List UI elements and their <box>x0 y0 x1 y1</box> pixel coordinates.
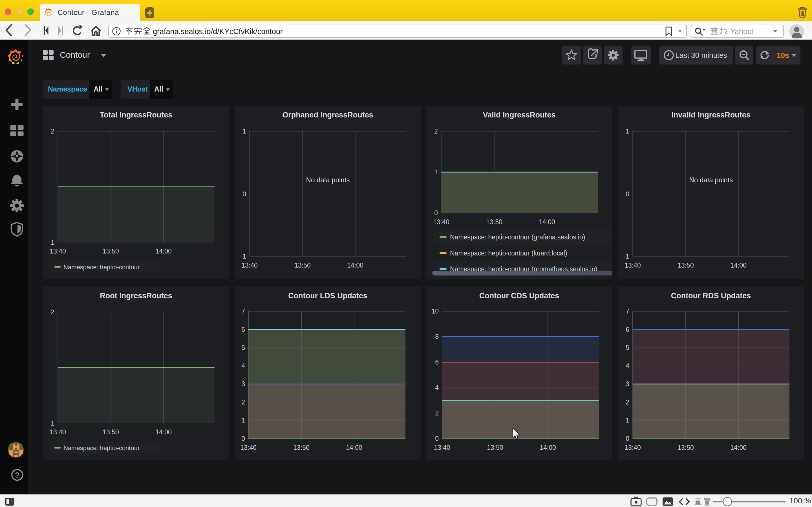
svg-text:14:00: 14:00 <box>155 429 172 436</box>
svg-text:No data points: No data points <box>689 176 733 184</box>
svg-text:4: 4 <box>435 384 439 391</box>
svg-text:8: 8 <box>435 333 439 340</box>
svg-text:1: 1 <box>241 416 245 424</box>
svg-text:14:00: 14:00 <box>347 262 363 269</box>
svg-text:13:40: 13:40 <box>241 262 258 269</box>
svg-text:0: 0 <box>626 190 629 198</box>
svg-text:2: 2 <box>241 399 245 406</box>
svg-text:14:00: 14:00 <box>730 262 747 269</box>
svg-text:2: 2 <box>51 128 54 135</box>
svg-text:13:50: 13:50 <box>293 444 310 451</box>
svg-text:0: 0 <box>243 190 246 198</box>
svg-text:13:40: 13:40 <box>624 262 641 269</box>
svg-text:Valid IngressRoutes: Valid IngressRoutes <box>483 111 555 119</box>
svg-text:2: 2 <box>435 409 439 417</box>
svg-text:Root IngressRoutes: Root IngressRoutes <box>100 291 172 300</box>
svg-text:7: 7 <box>241 307 245 315</box>
svg-text:14:00: 14:00 <box>539 218 555 226</box>
svg-text:10: 10 <box>432 307 439 315</box>
svg-text:13:40: 13:40 <box>50 429 66 436</box>
svg-text:?: ? <box>15 471 20 480</box>
svg-text:0: 0 <box>435 435 439 442</box>
svg-text:13:50: 13:50 <box>677 444 694 451</box>
svg-text:Contour LDS Updates: Contour LDS Updates <box>288 291 367 300</box>
svg-text:14:00: 14:00 <box>540 444 556 451</box>
svg-text:4: 4 <box>241 362 245 370</box>
svg-text:3: 3 <box>241 380 245 388</box>
svg-text:Last 30 minutes: Last 30 minutes <box>675 51 727 59</box>
svg-text:Namespace: heptio-contour (gra: Namespace: heptio-contour (grafana.sealo… <box>450 233 585 241</box>
svg-text:-1: -1 <box>241 252 246 260</box>
svg-text:0: 0 <box>626 435 629 442</box>
svg-text:5: 5 <box>241 344 245 351</box>
svg-text:2: 2 <box>626 399 629 406</box>
svg-text:Total IngressRoutes: Total IngressRoutes <box>100 111 172 119</box>
svg-text:13:40: 13:40 <box>624 444 641 451</box>
svg-text:Invalid IngressRoutes: Invalid IngressRoutes <box>671 111 751 119</box>
svg-text:13:50: 13:50 <box>677 262 694 269</box>
svg-text:1: 1 <box>626 416 629 424</box>
svg-text:10s: 10s <box>776 51 789 60</box>
svg-text:13:50: 13:50 <box>103 429 119 436</box>
svg-text:5: 5 <box>626 344 629 351</box>
svg-text:1: 1 <box>626 128 629 135</box>
svg-text:13:40: 13:40 <box>434 444 450 451</box>
svg-text:14:00: 14:00 <box>346 444 362 451</box>
svg-text:Namespace: heptio-contour: Namespace: heptio-contour <box>63 445 140 452</box>
svg-text:14:00: 14:00 <box>155 247 172 255</box>
svg-text:3: 3 <box>626 380 629 388</box>
svg-text:1: 1 <box>243 128 246 135</box>
svg-text:0: 0 <box>434 209 438 217</box>
svg-text:13:40: 13:40 <box>240 444 257 451</box>
svg-text:0: 0 <box>241 435 245 442</box>
svg-text:13:50: 13:50 <box>486 218 502 226</box>
svg-text:13:40: 13:40 <box>50 247 66 255</box>
svg-text:Orphaned IngressRoutes: Orphaned IngressRoutes <box>282 111 373 119</box>
svg-text:Namespace: heptio-contour (kua: Namespace: heptio-contour (kuard.local) <box>450 249 567 257</box>
svg-text:No data points: No data points <box>306 176 350 184</box>
svg-text:2: 2 <box>434 128 438 135</box>
svg-text:Namespace: heptio-contour: Namespace: heptio-contour <box>63 264 140 271</box>
svg-text:6: 6 <box>241 326 245 333</box>
svg-text:13:40: 13:40 <box>433 218 449 226</box>
svg-text:Contour RDS Updates: Contour RDS Updates <box>671 291 751 300</box>
svg-text:6: 6 <box>435 358 439 366</box>
svg-text:4: 4 <box>626 362 629 370</box>
svg-text:13:50: 13:50 <box>487 444 503 451</box>
svg-text:6: 6 <box>626 326 629 333</box>
svg-text:1: 1 <box>51 239 54 246</box>
svg-text:1: 1 <box>51 420 54 427</box>
svg-text:13:50: 13:50 <box>294 262 311 269</box>
svg-text:-1: -1 <box>624 252 629 260</box>
svg-text:7: 7 <box>626 307 629 315</box>
svg-text:2: 2 <box>51 308 54 316</box>
svg-text:Contour CDS Updates: Contour CDS Updates <box>479 291 559 300</box>
svg-text:13:50: 13:50 <box>103 247 119 255</box>
svg-text:1: 1 <box>434 168 438 176</box>
svg-text:14:00: 14:00 <box>730 444 747 451</box>
